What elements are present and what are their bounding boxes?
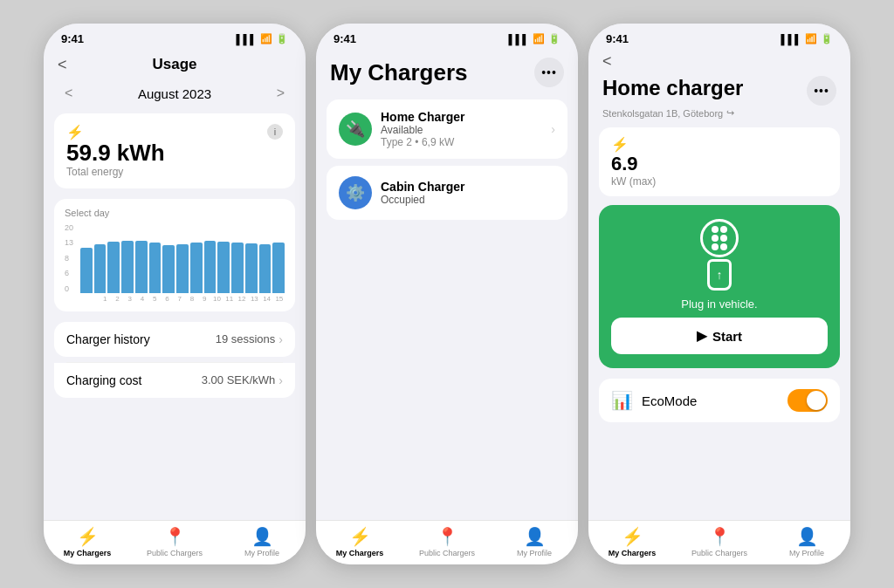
wifi-icon: 📶 [260, 33, 272, 44]
start-button[interactable]: ▶ Start [611, 318, 828, 354]
chevron-icon-2: › [279, 373, 283, 387]
phone-screen1: 9:41 ▌▌▌ 📶 🔋 < Usage < August 2023 > ⚡ i… [44, 24, 306, 564]
chart-bar-13[interactable] [245, 243, 258, 293]
tab-bar-2: ⚡ My Chargers 📍 Public Chargers 👤 My Pro… [316, 520, 578, 564]
charging-cost-item[interactable]: Charging cost 3.00 SEK/kWh › [54, 363, 295, 398]
info-button[interactable]: i [267, 124, 283, 140]
chart-bar-7[interactable] [162, 245, 175, 292]
page-title-1: Usage [152, 56, 196, 73]
home-charger-name: Home Charger [381, 110, 542, 124]
status-time-2: 9:41 [334, 32, 356, 45]
charging-cost-label: Charging cost [66, 373, 141, 387]
chart-bar-2[interactable] [94, 244, 107, 293]
more-options-button[interactable]: ••• [534, 58, 564, 87]
x-label-12: 12 [237, 295, 247, 303]
chart-bar-11[interactable] [217, 242, 230, 292]
tab-bar-3: ⚡ My Chargers 📍 Public Chargers 👤 My Pro… [588, 520, 850, 564]
x-label-11: 11 [224, 295, 235, 303]
tab-my-chargers-1[interactable]: ⚡ My Chargers [44, 526, 131, 557]
bolt-icon-1: ⚡ [66, 124, 84, 140]
charger-history-item[interactable]: Charger history 19 sessions › [54, 322, 295, 357]
status-bar-2: 9:41 ▌▌▌ 📶 🔋 [316, 24, 578, 49]
tab-my-chargers-2[interactable]: ⚡ My Chargers [316, 526, 403, 557]
chart-bar-8[interactable] [176, 244, 189, 293]
next-month-button[interactable]: > [277, 85, 285, 101]
status-time-1: 9:41 [61, 32, 84, 45]
tab-profile-3[interactable]: 👤 My Profile [763, 526, 850, 557]
charger-history-value: 19 sessions › [216, 332, 283, 346]
home-charger-chevron: › [551, 122, 555, 136]
connector-arrow-icon: ↑ [717, 268, 723, 282]
home-charger-card[interactable]: 🔌 Home Charger Available Type 2 • 6,9 kW… [327, 99, 567, 159]
chart-bar-15[interactable] [272, 243, 285, 293]
energy-value: 59.9 kWh [66, 140, 283, 166]
plug-label: Plug in vehicle. [681, 297, 757, 311]
tab-label-public-1: Public Chargers [147, 549, 203, 557]
chart-bar-14[interactable] [259, 244, 272, 293]
wifi-icon-2: 📶 [533, 33, 545, 44]
energy-card: ⚡ i 59.9 kWh Total energy [54, 113, 295, 188]
chart-bars [80, 223, 285, 293]
tab-label-public-3: Public Chargers [691, 549, 747, 557]
list-section: Charger history 19 sessions › Charging c… [54, 322, 295, 403]
tab-location-icon-1: 📍 [164, 526, 186, 547]
chart-bar-12[interactable] [231, 243, 244, 293]
chart-bar-6[interactable] [149, 243, 162, 293]
tab-label-public-2: Public Chargers [419, 549, 475, 557]
tab-bolt-icon-1: ⚡ [77, 526, 99, 547]
x-label-9: 9 [199, 295, 210, 303]
home-charger-info: Home Charger Available Type 2 • 6,9 kW [381, 110, 542, 148]
battery-icon-3: 🔋 [821, 33, 833, 44]
x-label-6: 6 [162, 295, 172, 303]
connector-body: ↑ [707, 259, 732, 291]
tab-public-chargers-2[interactable]: 📍 Public Chargers [403, 526, 491, 557]
charging-cost-value: 3.00 SEK/kWh › [202, 373, 283, 387]
signal-icon-2: ▌▌▌ [509, 34, 529, 44]
tab-profile-2[interactable]: 👤 My Profile [491, 526, 578, 557]
home-charger-page-title: Home charger [602, 76, 743, 100]
charger-address: Stenkolsgatan 1B, Göteborg ↪ [588, 107, 850, 124]
chart-bar-3[interactable] [107, 242, 120, 292]
wifi-icon-3: 📶 [805, 33, 817, 44]
charge-card: ↑ Plug in vehicle. ▶ Start [599, 205, 840, 368]
tab-location-icon-3: 📍 [709, 526, 731, 547]
toggle-knob [807, 391, 826, 410]
more-options-button-3[interactable]: ••• [807, 76, 836, 106]
back-button-3[interactable]: < [602, 52, 612, 70]
chart-title: Select day [65, 208, 285, 218]
plug-inner [712, 226, 727, 250]
signal-icon-3: ▌▌▌ [781, 34, 801, 44]
phone-screen3: 9:41 ▌▌▌ 📶 🔋 < Home charger ••• Stenkols… [588, 24, 850, 564]
start-play-icon: ▶ [697, 328, 707, 344]
chart-bar-10[interactable] [204, 241, 217, 292]
tab-profile-1[interactable]: 👤 My Profile [218, 526, 306, 557]
prev-month-button[interactable]: < [65, 85, 72, 101]
tab-my-chargers-3[interactable]: ⚡ My Chargers [588, 526, 676, 557]
ecomode-label: EcoMode [642, 393, 779, 408]
screen3-back: < [588, 49, 850, 74]
ecomode-icon: 📊 [611, 390, 633, 411]
tab-bar-1: ⚡ My Chargers 📍 Public Chargers 👤 My Pro… [44, 520, 306, 564]
back-button-1[interactable]: < [58, 56, 67, 74]
screen3-title-row: Home charger ••• [588, 74, 850, 107]
phone-screen2: 9:41 ▌▌▌ 📶 🔋 My Chargers ••• 🔌 Home Char… [316, 24, 578, 564]
tab-public-chargers-1[interactable]: 📍 Public Chargers [131, 526, 218, 557]
chart-bar-5[interactable] [135, 241, 148, 293]
energy-label: Total energy [66, 166, 283, 178]
tab-label-chargers-1: My Chargers [64, 549, 112, 557]
tab-public-chargers-3[interactable]: 📍 Public Chargers [676, 526, 763, 557]
chart-bar-1[interactable] [80, 248, 93, 293]
my-chargers-title: My Chargers [330, 59, 468, 86]
cabin-charger-icon-symbol: ⚙️ [346, 183, 365, 202]
cabin-charger-card[interactable]: ⚙️ Cabin Charger Occupied [327, 166, 567, 220]
power-unit: kW (max) [611, 175, 656, 188]
tab-profile-icon-3: 👤 [796, 526, 818, 547]
chart-bar-4[interactable] [121, 241, 134, 293]
x-label-10: 10 [211, 295, 222, 303]
chart-bar-9[interactable] [190, 243, 203, 293]
power-value: 6.9 [611, 153, 656, 175]
tab-label-profile-2: My Profile [517, 549, 552, 557]
charger-list: 🔌 Home Charger Available Type 2 • 6,9 kW… [327, 99, 567, 227]
ecomode-toggle[interactable] [787, 389, 828, 412]
chart-section: Select day 20 13 8 6 0 12345678910111213… [54, 199, 295, 311]
